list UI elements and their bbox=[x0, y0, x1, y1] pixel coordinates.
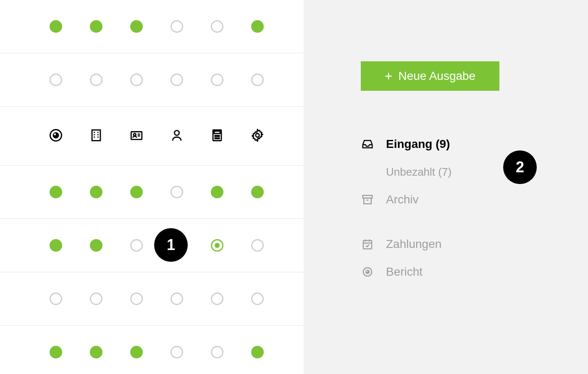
inbox-icon bbox=[361, 137, 374, 151]
dot-filled-icon bbox=[130, 346, 143, 358]
svg-point-17 bbox=[215, 135, 216, 136]
calendar-check-icon bbox=[361, 237, 374, 251]
nav-inbox-label: Eingang (9) bbox=[386, 137, 450, 151]
dot-empty-icon bbox=[251, 74, 264, 86]
dot-filled-icon bbox=[50, 346, 62, 358]
dot-filled-icon bbox=[251, 346, 264, 358]
archive-icon bbox=[361, 193, 374, 206]
matrix-cell[interactable] bbox=[237, 272, 278, 325]
nav-unpaid-label: Unbezahlt (7) bbox=[386, 166, 452, 179]
dot-empty-icon bbox=[171, 186, 183, 198]
dot-empty-icon bbox=[130, 239, 143, 252]
matrix-cell[interactable] bbox=[76, 219, 116, 272]
dot-filled-icon bbox=[251, 20, 264, 33]
matrix-cell[interactable] bbox=[116, 0, 157, 53]
matrix-cell[interactable] bbox=[36, 326, 76, 374]
matrix-cell[interactable]: 1 bbox=[157, 219, 197, 272]
dot-empty-icon bbox=[211, 292, 223, 305]
nav-report[interactable]: Bericht bbox=[361, 258, 558, 286]
matrix-cell[interactable] bbox=[197, 272, 237, 325]
matrix-cell[interactable] bbox=[197, 53, 237, 106]
svg-rect-3 bbox=[92, 130, 100, 141]
matrix-cell[interactable] bbox=[116, 272, 157, 325]
id-card-icon bbox=[129, 128, 144, 144]
annotation-callout-2: 2 bbox=[503, 150, 537, 184]
matrix-cell[interactable] bbox=[116, 166, 157, 219]
matrix-cell[interactable] bbox=[76, 53, 116, 106]
nav-report-label: Bericht bbox=[386, 265, 423, 279]
building-icon bbox=[89, 128, 103, 144]
matrix-cell[interactable] bbox=[197, 326, 237, 374]
gear-icon bbox=[250, 128, 265, 144]
dot-empty-icon bbox=[50, 74, 62, 86]
svg-point-32 bbox=[365, 270, 370, 274]
svg-point-33 bbox=[366, 271, 368, 272]
report-eye-icon bbox=[361, 265, 374, 279]
dot-filled-icon bbox=[90, 186, 102, 198]
column-header-view bbox=[36, 107, 76, 165]
matrix-cell[interactable] bbox=[197, 166, 237, 219]
matrix-cell[interactable] bbox=[237, 0, 278, 53]
matrix-cell[interactable] bbox=[76, 0, 116, 53]
matrix-cell[interactable] bbox=[76, 166, 116, 219]
matrix-header-row bbox=[0, 107, 304, 166]
column-header-settings bbox=[237, 107, 278, 165]
matrix-cell[interactable] bbox=[36, 272, 76, 325]
dot-empty-icon bbox=[171, 292, 183, 305]
new-expense-button[interactable]: + Neue Ausgabe bbox=[361, 61, 499, 91]
svg-point-18 bbox=[217, 135, 218, 136]
matrix-cell[interactable] bbox=[157, 53, 197, 106]
matrix-cell[interactable] bbox=[157, 0, 197, 53]
svg-point-22 bbox=[218, 137, 219, 138]
matrix-cell[interactable] bbox=[116, 219, 157, 272]
dot-empty-icon bbox=[171, 74, 183, 86]
matrix-cell[interactable] bbox=[237, 166, 278, 219]
person-icon bbox=[170, 128, 184, 144]
matrix-cell[interactable] bbox=[116, 326, 157, 374]
matrix-cell[interactable] bbox=[157, 166, 197, 219]
matrix-row bbox=[0, 166, 304, 219]
dot-target-icon bbox=[211, 239, 223, 252]
matrix-row: 1 bbox=[0, 219, 304, 272]
matrix-cell[interactable] bbox=[157, 326, 197, 374]
matrix-cell[interactable] bbox=[116, 53, 157, 106]
matrix-cell[interactable] bbox=[76, 272, 116, 325]
dot-empty-icon bbox=[50, 292, 62, 305]
expenses-sidebar: + Neue Ausgabe Eingang (9) Unbezahlt (7)… bbox=[304, 0, 588, 374]
dot-empty-icon bbox=[211, 346, 223, 358]
matrix-cell[interactable] bbox=[36, 0, 76, 53]
svg-point-20 bbox=[215, 137, 216, 138]
dot-empty-icon bbox=[130, 74, 143, 86]
svg-rect-10 bbox=[131, 132, 142, 139]
annotation-callout-1: 1 bbox=[154, 228, 188, 262]
svg-point-1 bbox=[53, 132, 59, 138]
svg-rect-25 bbox=[364, 198, 371, 204]
dot-filled-icon bbox=[50, 239, 62, 252]
column-header-accounting bbox=[197, 107, 237, 165]
nav-payments[interactable]: Zahlungen bbox=[361, 230, 558, 258]
dot-filled-icon bbox=[90, 239, 102, 252]
dot-filled-icon bbox=[211, 186, 223, 198]
nav-archive[interactable]: Archiv bbox=[361, 186, 558, 213]
dot-empty-icon bbox=[211, 20, 223, 33]
svg-point-19 bbox=[218, 135, 219, 136]
matrix-cell[interactable] bbox=[237, 53, 278, 106]
matrix-cell[interactable] bbox=[237, 326, 278, 374]
matrix-row bbox=[0, 53, 304, 107]
nav-archive-label: Archiv bbox=[386, 193, 419, 206]
svg-rect-16 bbox=[214, 131, 220, 134]
matrix-cell[interactable] bbox=[157, 272, 197, 325]
svg-rect-27 bbox=[363, 240, 372, 249]
dot-filled-icon bbox=[90, 346, 102, 358]
matrix-cell[interactable] bbox=[197, 219, 237, 272]
matrix-cell[interactable] bbox=[36, 53, 76, 106]
matrix-row bbox=[0, 326, 304, 374]
matrix-cell[interactable] bbox=[76, 326, 116, 374]
matrix-cell[interactable] bbox=[197, 0, 237, 53]
matrix-cell[interactable] bbox=[237, 219, 278, 272]
matrix-cell[interactable] bbox=[36, 166, 76, 219]
dot-filled-icon bbox=[90, 20, 102, 33]
matrix-cell[interactable] bbox=[36, 219, 76, 272]
dot-filled-icon bbox=[130, 20, 143, 33]
svg-point-2 bbox=[54, 133, 56, 135]
